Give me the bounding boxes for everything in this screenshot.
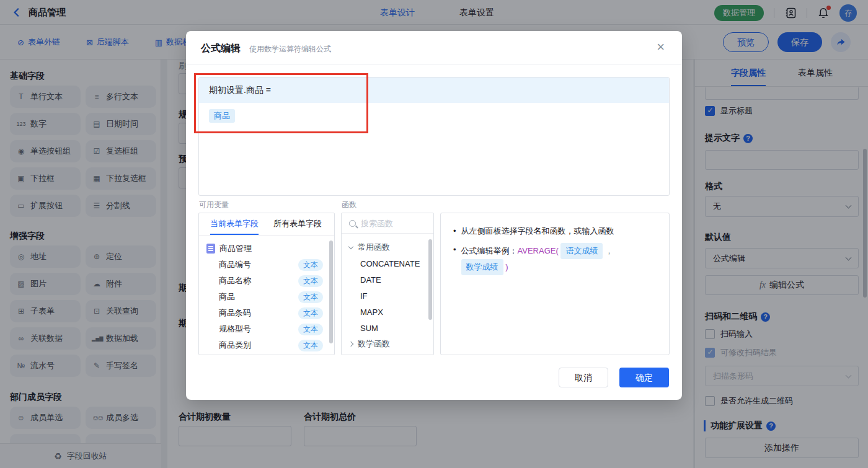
variable-row[interactable]: 商品名称 文本 — [206, 273, 328, 289]
variables-panel: 当前表单字段 所有表单字段 商品管理 商品编号 文本 商品名称 文本 商品 — [198, 213, 335, 355]
type-badge: 文本 — [298, 324, 323, 335]
tips-panel: 从左侧面板选择字段名和函数，或输入函数 公式编辑举例：AVERAGE( 语文成绩… — [440, 213, 670, 355]
form-name: 商品管理 — [219, 243, 252, 254]
formula-edit-dialog: 公式编辑 使用数学运算符编辑公式 × 期初设置.商品 = 商品 可用变量 当前表… — [186, 31, 682, 400]
formula-editor[interactable]: 期初设置.商品 = 商品 — [198, 77, 670, 196]
type-badge: 文本 — [298, 340, 323, 351]
variable-row[interactable]: 商品编号 文本 — [206, 257, 328, 273]
variable-name: 商品编号 — [219, 259, 251, 270]
functions-label: 函数 — [342, 200, 356, 210]
variable-name: 商品类别 — [219, 340, 251, 351]
type-badge: 文本 — [298, 307, 323, 319]
header-divider — [186, 64, 682, 64]
function-group-text[interactable]: 文本函数 — [349, 352, 427, 355]
close-icon[interactable]: × — [657, 41, 665, 53]
example-field-token: 语文成绩 — [560, 243, 603, 259]
caret-right-icon — [348, 342, 353, 347]
variable-name: 商品名称 — [219, 275, 251, 286]
variables-label: 可用变量 — [199, 200, 229, 210]
tip-text: 从左侧面板选择字段名和函数，或输入函数 — [461, 224, 614, 238]
type-badge: 文本 — [298, 291, 323, 303]
type-badge: 文本 — [298, 275, 323, 287]
comma: ， — [605, 246, 613, 255]
function-group-label: 数学函数 — [358, 338, 390, 350]
variables-scrollbar[interactable] — [329, 241, 333, 343]
function-item[interactable]: SUM — [349, 320, 427, 336]
function-name: IF — [360, 291, 368, 301]
variable-row[interactable]: 商品类别 文本 — [206, 337, 328, 353]
form-doc-icon — [206, 244, 215, 254]
function-group-math[interactable]: 数学函数 — [349, 336, 427, 352]
formula-target-text: 期初设置.商品 = — [209, 85, 271, 96]
caret-down-icon — [348, 244, 353, 249]
variable-name: 规格型号 — [219, 324, 251, 335]
variable-row[interactable]: 商品 文本 — [206, 289, 328, 305]
formula-target-bar: 期初设置.商品 = — [199, 77, 669, 103]
search-icon — [349, 220, 356, 227]
confirm-button[interactable]: 确定 — [619, 368, 669, 387]
function-group-label: 文本函数 — [358, 355, 390, 355]
field-token[interactable]: 商品 — [209, 109, 235, 123]
tip-line-2: 公式编辑举例：AVERAGE( 语文成绩 ， 数学成绩 ) — [453, 243, 657, 275]
function-token: AVERAGE( — [518, 246, 559, 255]
function-item[interactable]: IF — [349, 288, 427, 304]
type-badge: 文本 — [298, 259, 323, 271]
variable-name: 商品 — [219, 291, 235, 302]
function-item[interactable]: CONCATENATE — [349, 255, 427, 272]
function-group-label: 常用函数 — [358, 242, 390, 253]
tip-example-prefix: 公式编辑举例： — [461, 246, 518, 255]
function-item[interactable]: MAPX — [349, 304, 427, 320]
example-field-token: 数学成绩 — [461, 259, 503, 275]
tab-all-form-fields[interactable]: 所有表单字段 — [273, 213, 322, 235]
variable-row[interactable]: 规格型号 文本 — [206, 321, 328, 337]
function-search-input[interactable] — [361, 213, 426, 233]
function-name: SUM — [360, 324, 378, 333]
tab-current-form-fields[interactable]: 当前表单字段 — [210, 213, 259, 235]
variable-row[interactable]: 商品条码 文本 — [206, 305, 328, 321]
function-group-common[interactable]: 常用函数 — [349, 239, 427, 255]
function-item[interactable]: DATE — [349, 272, 427, 288]
dialog-title: 公式编辑 — [201, 42, 241, 55]
function-name: MAPX — [360, 307, 383, 317]
form-tree-root[interactable]: 商品管理 — [206, 241, 328, 257]
function-name: CONCATENATE — [360, 259, 420, 268]
functions-scrollbar[interactable] — [428, 239, 432, 320]
tip-example: 公式编辑举例：AVERAGE( 语文成绩 ， 数学成绩 ) — [461, 243, 657, 275]
app-window: 商品管理 表单设计 表单设置 数据管理 存 ⊘ 表单外链 — [0, 0, 868, 468]
close-paren: ) — [505, 262, 508, 272]
tip-line-1: 从左侧面板选择字段名和函数，或输入函数 — [453, 224, 657, 238]
functions-panel: 常用函数 CONCATENATE DATE IF MAPX SUM 数学函数 文… — [341, 213, 434, 355]
dialog-subtitle: 使用数学运算符编辑公式 — [249, 44, 331, 55]
cancel-button[interactable]: 取消 — [559, 368, 608, 387]
function-name: DATE — [360, 275, 381, 285]
variable-name: 商品条码 — [219, 307, 251, 319]
